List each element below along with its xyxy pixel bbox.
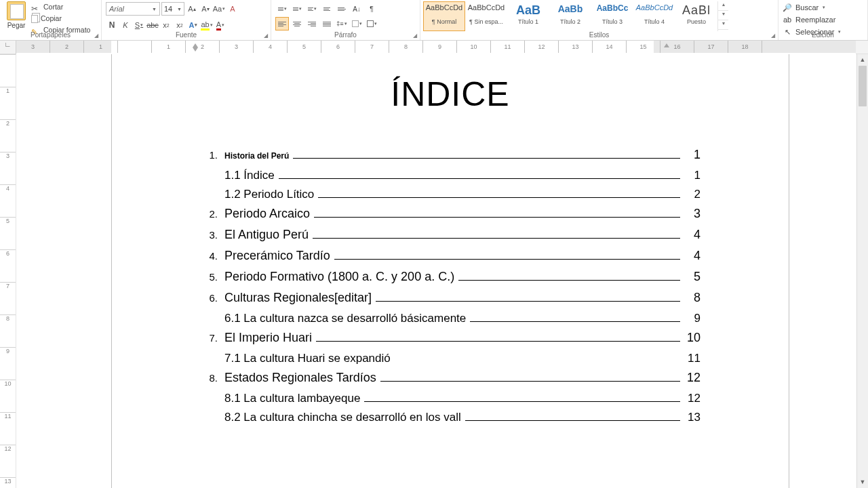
toc-entry[interactable]: 6.Culturas Regionales[editar]8 [200, 291, 701, 305]
highlight-button[interactable]: ab▾ [201, 18, 213, 32]
paragraph-group: ▾ ▾ ▾ A↓ ¶ ‡≡▾ ▾ ▾ Párrafo ◢ [271, 0, 420, 40]
dialog-launcher-icon[interactable]: ◢ [94, 33, 98, 39]
horizontal-ruler[interactable]: 321123456789101112131415161718 [16, 41, 856, 54]
font-size-combo[interactable]: 14▼ [161, 2, 184, 16]
toc-text: El Antiguo Perú [224, 228, 309, 242]
dialog-launcher-icon[interactable]: ◢ [771, 33, 775, 39]
align-right-button[interactable] [305, 17, 319, 30]
document-title[interactable]: ÍNDICE [200, 75, 701, 114]
sort-button[interactable]: A↓ [350, 2, 363, 16]
copy-button[interactable]: Copiar [31, 13, 90, 24]
style-item[interactable]: AaBbCcDdTítulo 4 [633, 1, 675, 31]
toc-entry[interactable]: 8.Estados Regionales Tardíos12 [200, 371, 701, 385]
toc-entry[interactable]: 3.El Antiguo Perú4 [200, 228, 701, 242]
toc-text: Periodo Arcaico [224, 207, 310, 221]
toc-entry[interactable]: 4.Precerámico Tardío4 [200, 249, 701, 263]
style-name: Puesto [677, 18, 716, 25]
toc-leader [334, 259, 680, 260]
clipboard-group: Pegar ✂Cortar Copiar ✎Copiar formato Por… [0, 0, 102, 40]
page[interactable]: ÍNDICE 1.Historia del Perú11.1 Índice11.… [111, 54, 789, 488]
decrease-indent-button[interactable] [320, 2, 334, 16]
shrink-font-button[interactable]: A▾ [199, 2, 212, 16]
style-item[interactable]: AaBbCcDd¶ Normal [423, 1, 465, 31]
ruler-tick: 9 [0, 347, 16, 354]
ruler-tick: 13 [0, 477, 16, 485]
style-item[interactable]: AaBTítulo 1 [507, 1, 549, 31]
strikethrough-button[interactable]: abc [146, 18, 159, 32]
shading-button[interactable]: ▾ [350, 17, 363, 30]
grow-font-button[interactable]: A▴ [186, 2, 198, 16]
toc-leader [376, 301, 680, 302]
align-left-button[interactable] [275, 17, 289, 30]
toc-page: 2 [683, 188, 701, 201]
ruler-tick: 14 [593, 41, 627, 53]
editing-group-label: Edición [778, 31, 867, 39]
numbering-button[interactable]: ▾ [290, 2, 304, 16]
style-item[interactable]: AaBbCcTítulo 3 [591, 1, 633, 31]
cut-button[interactable]: ✂Cortar [31, 1, 90, 13]
replace-button[interactable]: abReemplazar [783, 14, 863, 26]
italic-button[interactable]: K [119, 18, 132, 32]
bold-button[interactable]: N [106, 18, 118, 32]
toc-entry[interactable]: 2.Periodo Arcaico3 [200, 207, 701, 221]
styles-expand[interactable]: ▴▾▾ [717, 1, 728, 31]
toc-entry[interactable]: 5.Periodo Formativo (1800 a. C. y 200 a.… [200, 270, 701, 284]
borders-button[interactable]: ▾ [365, 17, 378, 30]
toc-number: 5. [200, 271, 218, 283]
toc-page: 8 [683, 291, 701, 305]
style-item[interactable]: AaBlPuesto [675, 1, 717, 31]
toc-leader [380, 381, 680, 382]
align-center-button[interactable] [290, 17, 304, 30]
toc-entry[interactable]: 1.Historia del Perú1 [200, 148, 701, 162]
hanging-indent-marker[interactable] [193, 47, 198, 53]
style-item[interactable]: AaBbCcDd¶ Sin espa... [465, 1, 507, 31]
table-of-contents[interactable]: 1.Historia del Perú11.1 Índice11.2 Perio… [200, 148, 701, 424]
ruler-tick: 13 [559, 41, 593, 53]
subscript-button[interactable]: x2 [160, 18, 172, 32]
first-line-indent-marker[interactable] [193, 42, 198, 47]
font-group-label: Fuente [102, 31, 271, 39]
superscript-button[interactable]: x2 [174, 18, 186, 32]
underline-button[interactable]: S▾ [133, 18, 145, 32]
tab-selector[interactable]: ∟ [0, 41, 16, 54]
toc-entry[interactable]: 6.1 La cultura nazca se desarrolló básic… [200, 312, 701, 325]
multilevel-button[interactable]: ▾ [305, 2, 319, 16]
style-name: Título 2 [551, 18, 590, 25]
font-color-button[interactable]: A▾ [214, 18, 226, 32]
toc-entry[interactable]: 1.1 Índice1 [200, 169, 701, 182]
toc-text: 1.1 Índice [224, 169, 275, 182]
dialog-launcher-icon[interactable]: ◢ [413, 33, 417, 39]
line-spacing-button[interactable]: ‡≡▾ [335, 17, 349, 30]
font-name-value: Arial [109, 5, 124, 13]
ruler-tick [118, 41, 152, 53]
find-button[interactable]: 🔎Buscar ▾ [783, 1, 863, 14]
dialog-launcher-icon[interactable]: ◢ [264, 33, 268, 39]
scroll-up-arrow-icon[interactable]: ▲ [857, 54, 868, 66]
increase-indent-button[interactable] [335, 2, 349, 16]
toc-number: 8. [200, 372, 218, 384]
right-indent-marker[interactable] [664, 42, 669, 47]
scroll-down-arrow-icon[interactable]: ▼ [857, 476, 868, 488]
show-marks-button[interactable]: ¶ [365, 2, 378, 16]
text-effects-button[interactable]: A▾ [187, 18, 199, 32]
font-name-combo[interactable]: Arial▼ [106, 2, 160, 16]
clear-formatting-button[interactable]: A [226, 2, 239, 16]
toc-entry[interactable]: 7.El Imperio Huari10 [200, 331, 701, 345]
change-case-button[interactable]: Aa▾ [213, 2, 225, 16]
justify-button[interactable] [320, 17, 334, 30]
toc-entry[interactable]: 1.2 Periodo Lítico2 [200, 188, 701, 201]
toc-number: 7. [200, 332, 218, 344]
vertical-scrollbar[interactable]: ▲ ▼ [856, 54, 868, 488]
toc-entry[interactable]: 8.1 La cultura lambayeque12 [200, 392, 701, 405]
style-item[interactable]: AaBbTítulo 2 [549, 1, 591, 31]
toc-leader [318, 197, 680, 198]
bullets-button[interactable]: ▾ [275, 2, 289, 16]
toc-entry[interactable]: 8.2 La cultura chincha se desarrolló en … [200, 411, 701, 424]
toc-page: 4 [683, 249, 701, 263]
toc-entry[interactable]: 7.1 La cultura Huari se expandió11 [200, 352, 701, 365]
scroll-thumb[interactable] [859, 66, 867, 106]
vertical-ruler[interactable]: 12345678910111213 [0, 54, 16, 488]
ruler-tick: 7 [0, 282, 16, 289]
toc-text: Estados Regionales Tardíos [224, 371, 376, 385]
ruler-tick: 17 [694, 41, 728, 53]
